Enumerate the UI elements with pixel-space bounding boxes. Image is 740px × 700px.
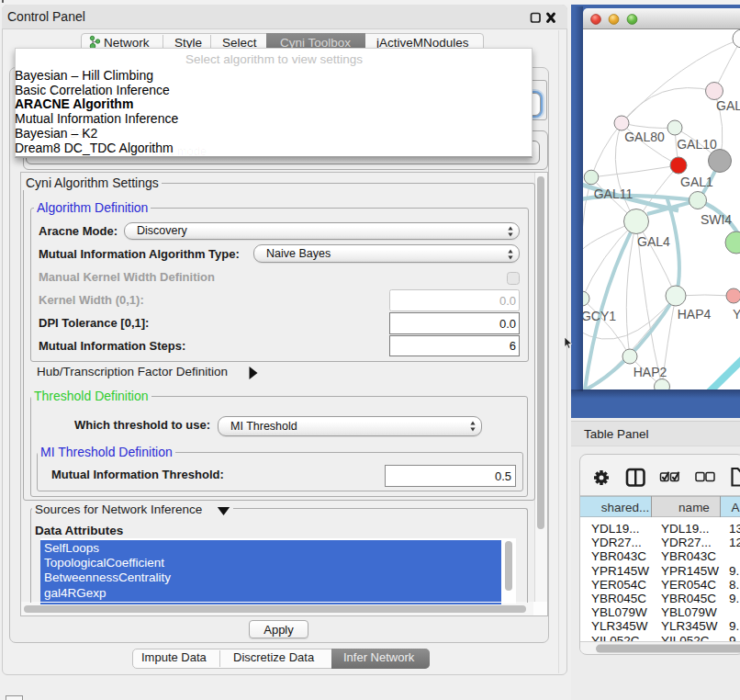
svg-text:YBL079W: YBL079W: [661, 605, 717, 619]
svg-text:GAL80: GAL80: [624, 130, 665, 144]
svg-text:YDL19...: YDL19...: [591, 522, 640, 536]
svg-text:YBL079W: YBL079W: [591, 605, 647, 619]
svg-text:YDR27...: YDR27...: [661, 536, 712, 549]
svg-text:GCY1: GCY1: [583, 309, 616, 323]
svg-text:YDR27...: YDR27...: [591, 536, 642, 549]
svg-text:name: name: [678, 501, 710, 514]
svg-text:13: 13: [729, 522, 740, 536]
svg-text:9.: 9.: [729, 564, 739, 578]
svg-text:9.: 9.: [729, 619, 739, 633]
svg-text:YLR345W: YLR345W: [661, 619, 718, 633]
svg-text:GAL1: GAL1: [680, 175, 713, 189]
svg-text:YDL19...: YDL19...: [661, 522, 710, 536]
svg-text:9.: 9.: [729, 592, 739, 605]
svg-text:YPR145W: YPR145W: [591, 564, 649, 578]
svg-text:YBR043C: YBR043C: [661, 549, 716, 563]
svg-text:12: 12: [729, 536, 740, 549]
svg-text:HAP2: HAP2: [633, 365, 667, 379]
svg-text:GAL4: GAL4: [637, 234, 670, 249]
svg-text:shared...: shared...: [601, 501, 650, 514]
svg-text:A: A: [731, 501, 739, 514]
svg-text:HAP4: HAP4: [678, 307, 712, 322]
svg-text:YBR045C: YBR045C: [661, 592, 716, 605]
svg-text:GAL10: GAL10: [677, 137, 717, 152]
svg-text:SWI4: SWI4: [701, 212, 732, 227]
svg-text:YJR: YJR: [733, 307, 740, 322]
svg-text:8.: 8.: [729, 578, 739, 592]
svg-text:YLR345W: YLR345W: [591, 619, 648, 633]
svg-text:GAL11: GAL11: [594, 186, 633, 201]
svg-text:YBR043C: YBR043C: [591, 549, 646, 563]
svg-text:YBR045C: YBR045C: [591, 592, 646, 605]
svg-text:YER054C: YER054C: [591, 578, 646, 592]
svg-text:GAL7: GAL7: [716, 98, 740, 113]
svg-text:YPR145W: YPR145W: [661, 564, 719, 578]
svg-text:YER054C: YER054C: [661, 578, 716, 592]
